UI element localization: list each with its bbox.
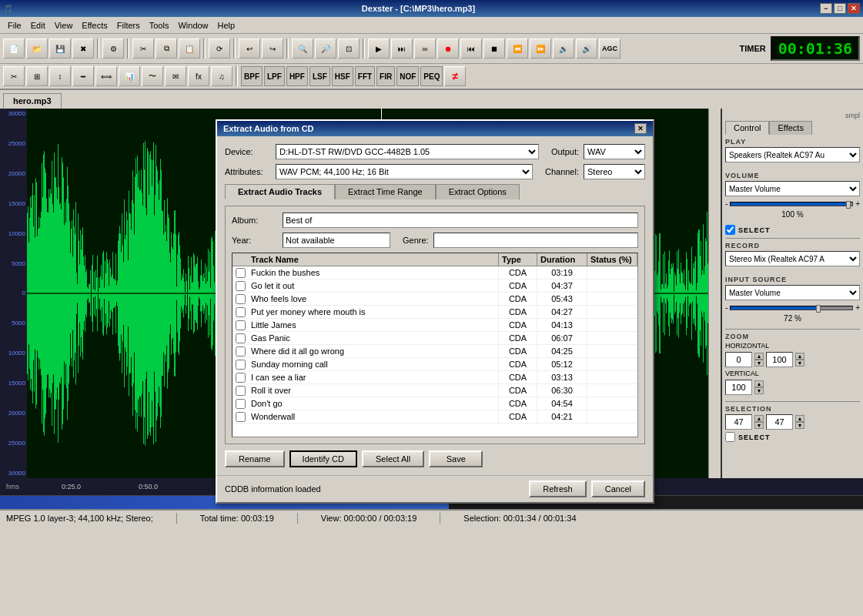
hpf-button[interactable]: HPF [286, 66, 308, 86]
play-loop-button[interactable]: ⏭ [391, 38, 413, 59]
zoom-in-button[interactable]: 🔍 [292, 38, 313, 59]
vert-zoom-input[interactable] [725, 380, 752, 395]
effects-chain-button[interactable]: fx [188, 66, 209, 86]
close-button[interactable]: ✕ [848, 3, 860, 14]
send-button[interactable]: ✉ [165, 66, 186, 86]
input-device-select[interactable]: Master Volume [725, 285, 860, 300]
prev-button[interactable]: ⏪ [507, 38, 528, 59]
silence-button[interactable]: ━ [72, 66, 94, 86]
select-checkbox[interactable] [725, 225, 735, 235]
menu-file[interactable]: File [3, 19, 26, 32]
vertical-scrollbar[interactable] [708, 109, 721, 478]
sel-end-input[interactable] [766, 414, 793, 430]
menu-view[interactable]: View [50, 19, 78, 32]
sel-select-checkbox[interactable] [725, 432, 735, 442]
bpf-button[interactable]: BPF [241, 66, 263, 86]
tab-control[interactable]: Control [725, 121, 769, 135]
channel-select[interactable]: Stereo [584, 164, 645, 179]
output-select[interactable]: WAV [584, 144, 645, 159]
play-device-select[interactable]: Speakers (Realtek AC97 Au [725, 147, 860, 162]
peq-button[interactable]: PEQ [420, 66, 443, 86]
track-check-4[interactable] [236, 307, 246, 317]
genre-input[interactable] [433, 233, 638, 248]
horiz-zoom-down[interactable]: ▼ [795, 360, 804, 367]
reset-button[interactable]: ⟳ [209, 38, 230, 59]
input-minus[interactable]: - [725, 303, 728, 312]
envelope-button[interactable]: 〜 [142, 66, 163, 86]
cut-button[interactable]: ✂ [132, 38, 154, 59]
save-button[interactable]: 💾 [49, 38, 71, 59]
menu-help[interactable]: Help [213, 19, 240, 32]
device-select[interactable]: D:HL-DT-ST RW/DVD GCC-4482B 1.05 [276, 144, 539, 159]
vol-up-button[interactable]: 🔊 [576, 38, 597, 59]
sel-start-input[interactable] [725, 414, 752, 430]
horiz-down[interactable]: ▼ [754, 360, 764, 367]
minimize-button[interactable]: − [820, 3, 832, 14]
maximize-button[interactable]: □ [834, 3, 846, 14]
merge-button[interactable]: ⊞ [26, 66, 48, 86]
split-button[interactable]: ✂ [3, 66, 25, 86]
menu-window[interactable]: Window [173, 19, 212, 32]
track-check-8[interactable] [236, 360, 246, 370]
track-check-1[interactable] [236, 268, 246, 278]
zoom-out-button[interactable]: 🔎 [315, 38, 336, 59]
spectrum-button[interactable]: 📊 [119, 66, 140, 86]
volume-device-select[interactable]: Master Volume [725, 181, 860, 196]
next-button[interactable]: ⏩ [530, 38, 551, 59]
stop-button[interactable]: ⏹ [483, 38, 505, 59]
new-button[interactable]: 📄 [3, 38, 25, 59]
sel-end-up[interactable]: ▲ [795, 415, 804, 422]
sel-start-down[interactable]: ▼ [754, 422, 764, 429]
album-input[interactable] [283, 213, 638, 228]
track-check-3[interactable] [236, 294, 246, 304]
lsf-button[interactable]: LSF [309, 66, 330, 86]
vert-zoom-up[interactable]: ▲ [754, 380, 764, 387]
track-check-5[interactable] [236, 320, 246, 330]
audio-button[interactable]: ♫ [211, 66, 232, 86]
vol-plus[interactable]: + [855, 199, 860, 208]
menu-filters[interactable]: Filters [112, 19, 145, 32]
vol-minus[interactable]: - [725, 199, 728, 208]
tab-effects[interactable]: Effects [769, 121, 811, 135]
menu-edit[interactable]: Edit [26, 19, 50, 32]
rename-button[interactable]: Rename [225, 450, 285, 467]
attributes-select[interactable]: WAV PCM; 44,100 Hz; 16 Bit [276, 164, 533, 179]
paste-button[interactable]: 📋 [179, 38, 200, 59]
reverse-button[interactable]: ⟺ [95, 66, 117, 86]
cancel-button[interactable]: Cancel [591, 480, 645, 497]
lpf-button[interactable]: LPF [264, 66, 285, 86]
volume-slider[interactable] [730, 202, 853, 206]
identify-cd-button[interactable]: Identify CD [289, 450, 357, 467]
track-check-12[interactable] [236, 412, 246, 422]
fft-button[interactable]: FFT [355, 66, 375, 86]
record-device-select[interactable]: Stereo Mix (Realtek AC97 A [725, 251, 860, 266]
track-check-7[interactable] [236, 346, 246, 357]
open-button[interactable]: 📂 [26, 38, 48, 59]
agc-button[interactable]: AGC [599, 38, 620, 59]
tab-extract-audio[interactable]: Extract Audio Tracks [225, 184, 335, 199]
select-all-button[interactable]: Select All [362, 450, 424, 467]
sel-end-down[interactable]: ▼ [795, 422, 804, 429]
settings-button[interactable]: ⚙ [102, 38, 124, 59]
track-check-6[interactable] [236, 333, 246, 343]
vert-zoom-down[interactable]: ▼ [754, 387, 764, 394]
menu-effects[interactable]: Effects [77, 19, 112, 32]
zoom-fit-button[interactable]: ⊡ [338, 38, 360, 59]
fir-button[interactable]: FIR [376, 66, 395, 86]
power-button[interactable]: ≠ [444, 66, 466, 86]
refresh-button[interactable]: Refresh [529, 480, 587, 497]
track-check-10[interactable] [236, 386, 246, 396]
record-button[interactable]: ⏺ [437, 38, 459, 59]
vol-down-button[interactable]: 🔉 [553, 38, 574, 59]
tab-extract-time[interactable]: Extract Time Range [335, 184, 436, 199]
play-button[interactable]: ▶ [368, 38, 390, 59]
tab-hero[interactable]: hero.mp3 [3, 93, 62, 109]
hsf-button[interactable]: HSF [332, 66, 353, 86]
menu-tools[interactable]: Tools [145, 19, 174, 32]
input-slider[interactable] [730, 306, 853, 310]
track-check-9[interactable] [236, 373, 246, 383]
horiz-zoom-up[interactable]: ▲ [795, 353, 804, 360]
nof-button[interactable]: NOF [396, 66, 419, 86]
close-file-button[interactable]: ✖ [72, 38, 94, 59]
undo-button[interactable]: ↩ [239, 38, 260, 59]
